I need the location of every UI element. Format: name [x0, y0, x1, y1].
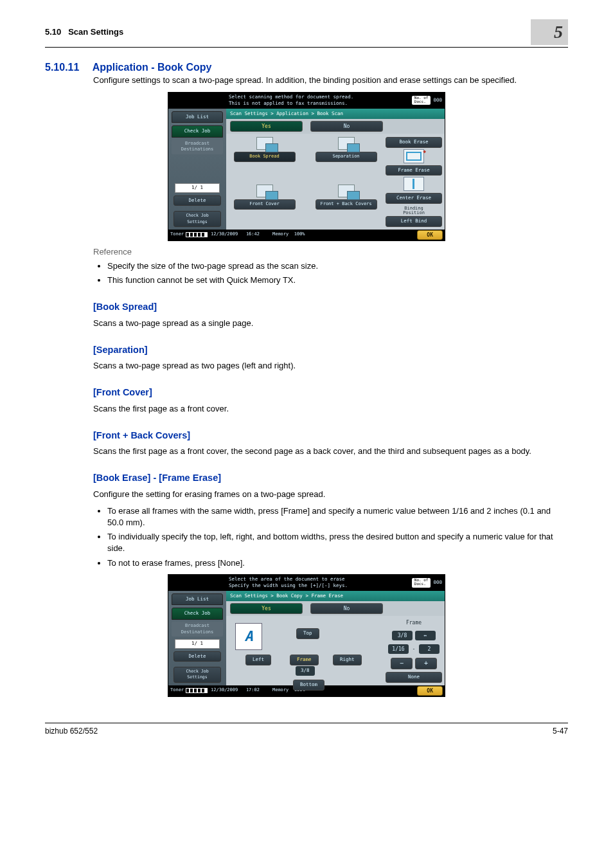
section-title: Application - Book Copy	[93, 62, 212, 73]
toner-label: Toner	[170, 231, 184, 238]
center-erase-button[interactable]: Center Erase	[386, 193, 442, 204]
reference-label: Reference	[93, 246, 568, 258]
chapter-badge: 5	[531, 19, 568, 45]
ok-button[interactable]: OK	[417, 230, 443, 240]
front-cover-icon	[256, 185, 273, 197]
page-indicator: 1/ 1	[175, 183, 220, 193]
front-cover-text: Scans the first page as a front cover.	[93, 403, 568, 415]
instruction-text: Select scanning method for document spre…	[229, 94, 353, 107]
ok-button[interactable]: OK	[417, 686, 443, 696]
memory-value: 100%	[294, 231, 305, 237]
footer-page: 5-47	[553, 726, 568, 737]
check-job-settings-button[interactable]: Check Job Settings	[173, 211, 221, 226]
status-time: 16:42	[246, 231, 260, 238]
reference-item: Specify the size of the two-page spread …	[107, 260, 568, 272]
book-erase-heading: [Book Erase] - [Frame Erase]	[93, 471, 568, 484]
job-list-tab[interactable]: Job List	[172, 593, 223, 606]
status-date: 12/30/2009	[211, 231, 238, 238]
range-icon: ↔	[415, 631, 436, 640]
frame-erase-button[interactable]: Frame Erase	[386, 165, 442, 176]
docs-count: 000	[433, 97, 442, 104]
frame-min-value: 1/16	[388, 644, 409, 654]
no-button[interactable]: No	[310, 603, 383, 614]
book-spread-icon	[256, 137, 273, 150]
minus-button[interactable]: −	[391, 658, 413, 669]
yes-button[interactable]: Yes	[230, 121, 303, 132]
erase-item: To not to erase frames, press [None].	[107, 557, 568, 569]
mfp-screen-book-scan: Select scanning method for document spre…	[168, 92, 445, 241]
frame-current-value: 3/8	[392, 631, 413, 640]
front-back-covers-option[interactable]: Front + Back Covers	[315, 199, 377, 210]
front-back-covers-icon	[338, 185, 355, 197]
broadcast-destinations[interactable]: Broadcast Destinations	[172, 622, 223, 637]
broadcast-destinations[interactable]: Broadcast Destinations	[172, 140, 223, 155]
header-section-title: Scan Settings	[68, 27, 123, 37]
footer-model: bizhub 652/552	[45, 726, 98, 737]
preview-thumbnail: A	[235, 623, 262, 650]
center-erase-icon	[404, 177, 424, 191]
separation-icon	[338, 137, 355, 150]
toner-label: Toner	[170, 687, 184, 694]
intro-text: Configure settings to scan a two-page sp…	[93, 75, 568, 86]
book-spread-text: Scans a two-page spread as a single page…	[93, 318, 568, 329]
delete-button[interactable]: Delete	[173, 195, 221, 206]
docs-count: 000	[433, 579, 442, 586]
reference-item: This function cannot be set with Quick M…	[107, 275, 568, 286]
separation-text: Scans a two-page spread as two pages (le…	[93, 360, 568, 372]
separation-heading: [Separation]	[93, 343, 568, 356]
book-erase-text: Configure the setting for erasing frames…	[93, 489, 568, 500]
check-job-tab[interactable]: Check Job	[172, 608, 223, 620]
job-list-tab[interactable]: Job List	[172, 111, 223, 123]
memory-label: Memory	[272, 687, 289, 692]
front-cover-heading: [Front Cover]	[93, 386, 568, 399]
front-back-text: Scans the first page as a front cover, t…	[93, 446, 568, 457]
separation-option[interactable]: Separation	[315, 152, 377, 162]
check-job-settings-button[interactable]: Check Job Settings	[173, 667, 221, 682]
check-job-tab[interactable]: Check Job	[172, 125, 223, 138]
book-spread-heading: [Book Spread]	[93, 300, 568, 313]
memory-label: Memory	[272, 231, 289, 237]
header-section-num: 5.10	[45, 27, 61, 37]
dash: -	[411, 646, 416, 653]
delete-button[interactable]: Delete	[173, 651, 221, 662]
docs-label: No. of Docs.	[414, 578, 429, 586]
bottom-button[interactable]: Bottom	[293, 680, 324, 691]
toner-gauge	[186, 232, 208, 237]
frame-value: 3/8	[296, 666, 315, 676]
toner-gauge	[186, 688, 208, 693]
book-erase-button[interactable]: Book Erase	[386, 137, 442, 148]
right-button[interactable]: Right	[333, 655, 362, 665]
top-button[interactable]: Top	[296, 628, 319, 639]
status-time: 17:02	[246, 687, 260, 694]
yes-button[interactable]: Yes	[230, 603, 303, 614]
frame-max-value: 2	[419, 644, 440, 654]
front-cover-option[interactable]: Front Cover	[234, 199, 296, 210]
breadcrumb: Scan Settings > Application > Book Scan	[226, 109, 445, 120]
status-date: 12/30/2009	[211, 687, 238, 694]
erase-item: To individually specify the top, left, r…	[107, 531, 568, 554]
frame-button[interactable]: Frame	[290, 655, 319, 665]
erase-item: To erase all frames with the same width,…	[107, 505, 568, 529]
docs-label: No. of Docs.	[414, 96, 429, 104]
binding-position-label: Binding Position	[386, 206, 442, 216]
none-button[interactable]: None	[386, 672, 442, 683]
breadcrumb: Scan Settings > Book Copy > Frame Erase	[226, 591, 445, 602]
instruction-text: Select the area of the document to erase…	[229, 576, 348, 590]
binding-position-button[interactable]: Left Bind	[386, 216, 442, 227]
mfp-screen-frame-erase: Select the area of the document to erase…	[168, 574, 445, 697]
no-button[interactable]: No	[310, 121, 383, 132]
book-spread-option[interactable]: Book Spread	[234, 152, 296, 162]
frame-erase-icon: ◆	[404, 149, 424, 163]
front-back-heading: [Front + Back Covers]	[93, 429, 568, 442]
frame-side-label: Frame	[386, 619, 442, 626]
plus-button[interactable]: +	[415, 658, 437, 669]
section-number: 5.10.11	[45, 60, 90, 75]
page-indicator: 1/ 1	[175, 639, 220, 649]
left-button[interactable]: Left	[245, 655, 271, 665]
